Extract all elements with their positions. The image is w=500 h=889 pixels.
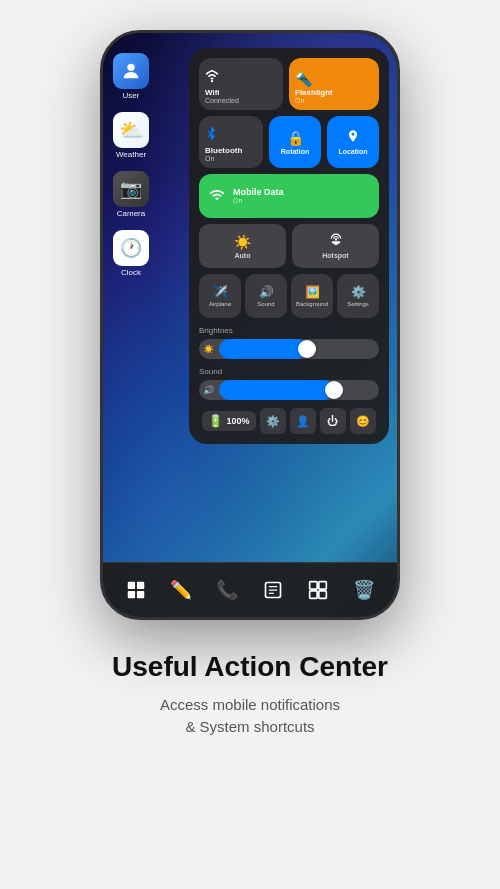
cc-mobile-row: Mobile Data On xyxy=(199,174,379,218)
bluetooth-tile[interactable]: Bluetooth On xyxy=(199,116,263,168)
airplane-label: Airplane xyxy=(209,301,231,307)
privacy-status-btn[interactable]: 👤 xyxy=(290,408,316,434)
brightness-section: Brightnes ☀️ xyxy=(199,326,379,359)
sound-tile[interactable]: 🔊 Sound xyxy=(245,274,287,318)
background-tile[interactable]: 🖼️ Background xyxy=(291,274,333,318)
app-icon-user[interactable] xyxy=(113,53,149,89)
background-icon: 🖼️ xyxy=(305,285,320,299)
wifi-label: Wifi xyxy=(205,89,277,97)
mobile-data-label: Mobile Data xyxy=(233,188,284,197)
battery-percent: 100% xyxy=(226,416,249,426)
page-title: Useful Action Center xyxy=(112,650,388,684)
auto-tile[interactable]: ☀️ Auto xyxy=(199,224,286,268)
app-item-camera[interactable]: 📷 Camera xyxy=(113,171,149,218)
dock-switcher-icon[interactable] xyxy=(302,574,334,606)
brightness-label: Brightnes xyxy=(199,326,379,335)
dock-trash-icon[interactable]: 🗑️ xyxy=(348,574,380,606)
volume-thumb[interactable] xyxy=(325,381,343,399)
svg-rect-10 xyxy=(310,582,318,590)
settings-icon: ⚙️ xyxy=(351,285,366,299)
volume-section: Sound 🔊 xyxy=(199,367,379,400)
dock-notes-icon[interactable] xyxy=(257,574,289,606)
battery-badge: 🔋 100% xyxy=(202,411,255,431)
brightness-icon-left: ☀️ xyxy=(203,344,214,354)
flashlight-tile[interactable]: 🔦 Flashlight On xyxy=(289,58,379,110)
settings-status-btn[interactable]: ⚙️ xyxy=(260,408,286,434)
airplane-icon: ✈️ xyxy=(213,285,228,299)
dock-phone-icon[interactable]: 📞 xyxy=(211,574,243,606)
volume-label: Sound xyxy=(199,367,379,376)
app-icon-weather[interactable]: ⛅ xyxy=(113,112,149,148)
power-status-btn[interactable]: ⏻ xyxy=(320,408,346,434)
location-label: Location xyxy=(338,148,367,155)
svg-point-1 xyxy=(211,80,213,82)
wifi-sublabel: Connected xyxy=(205,97,277,104)
app-label-clock: Clock xyxy=(121,268,141,277)
auto-icon: ☀️ xyxy=(234,234,251,250)
brightness-thumb[interactable] xyxy=(298,340,316,358)
settings-tile[interactable]: ⚙️ Settings xyxy=(337,274,379,318)
mobile-data-sublabel: On xyxy=(233,197,284,204)
page-subtitle: Access mobile notifications& System shor… xyxy=(112,694,388,739)
cc-auto-hotspot-row: ☀️ Auto Hotspot xyxy=(199,224,379,268)
battery-icon: 🔋 xyxy=(208,414,223,428)
app-label-user: User xyxy=(123,91,140,100)
mobile-data-icon xyxy=(209,187,225,206)
dock-pen-icon[interactable]: ✏️ xyxy=(165,574,197,606)
phone-frame: User ⛅ Weather 📷 Camera 🕐 Clock xyxy=(100,30,400,620)
rotation-tile[interactable]: 🔒 Rotation xyxy=(269,116,321,168)
bluetooth-sublabel: On xyxy=(205,155,257,162)
app-icon-camera[interactable]: 📷 xyxy=(113,171,149,207)
svg-rect-3 xyxy=(137,582,144,589)
airplane-tile[interactable]: ✈️ Airplane xyxy=(199,274,241,318)
auto-label: Auto xyxy=(235,252,251,259)
location-icon xyxy=(346,129,360,146)
wifi-icon xyxy=(205,70,277,87)
bluetooth-icon xyxy=(205,126,257,145)
hotspot-tile[interactable]: Hotspot xyxy=(292,224,379,268)
profile-status-btn[interactable]: 😊 xyxy=(350,408,376,434)
app-item-weather[interactable]: ⛅ Weather xyxy=(113,112,149,159)
svg-rect-5 xyxy=(137,591,144,598)
app-icon-clock[interactable]: 🕐 xyxy=(113,230,149,266)
location-tile[interactable]: Location xyxy=(327,116,379,168)
background-label: Background xyxy=(296,301,328,307)
cc-status-bar: 🔋 100% ⚙️ 👤 ⏻ 😊 xyxy=(199,408,379,434)
phone-screen: User ⛅ Weather 📷 Camera 🕐 Clock xyxy=(103,33,397,617)
svg-rect-13 xyxy=(319,591,327,599)
hotspot-icon xyxy=(329,233,343,250)
phone-dock: ✏️ 📞 xyxy=(103,562,397,617)
bluetooth-label: Bluetooth xyxy=(205,147,257,155)
control-center: Wifi Connected 🔦 Flashlight On xyxy=(189,48,389,444)
flashlight-label: Flashlight xyxy=(295,89,333,97)
phone-wrapper: User ⛅ Weather 📷 Camera 🕐 Clock xyxy=(100,30,400,620)
svg-rect-4 xyxy=(128,591,135,598)
rotation-icon: 🔒 xyxy=(287,130,304,146)
side-apps: User ⛅ Weather 📷 Camera 🕐 Clock xyxy=(113,53,149,277)
mobile-data-text: Mobile Data On xyxy=(233,188,284,204)
mobile-data-tile[interactable]: Mobile Data On xyxy=(199,174,379,218)
sound-icon: 🔊 xyxy=(259,285,274,299)
volume-track[interactable]: 🔊 xyxy=(199,380,379,400)
text-section: Useful Action Center Access mobile notif… xyxy=(72,650,428,739)
svg-rect-12 xyxy=(310,591,318,599)
svg-rect-2 xyxy=(128,582,135,589)
hotspot-label: Hotspot xyxy=(322,252,348,259)
app-item-user[interactable]: User xyxy=(113,53,149,100)
volume-icon-left: 🔊 xyxy=(203,385,214,395)
dock-finder-icon[interactable] xyxy=(120,574,152,606)
wifi-tile[interactable]: Wifi Connected xyxy=(199,58,283,110)
sound-label: Sound xyxy=(257,301,274,307)
flashlight-icon: 🔦 xyxy=(295,71,312,87)
cc-row-wifi-flash: Wifi Connected 🔦 Flashlight On xyxy=(199,58,379,110)
rotation-label: Rotation xyxy=(281,148,309,155)
brightness-track[interactable]: ☀️ xyxy=(199,339,379,359)
app-label-weather: Weather xyxy=(116,150,146,159)
brightness-fill xyxy=(219,339,307,359)
svg-rect-11 xyxy=(319,582,327,590)
app-item-clock[interactable]: 🕐 Clock xyxy=(113,230,149,277)
cc-bt-row: Bluetooth On 🔒 Rotation Location xyxy=(199,116,379,168)
app-label-camera: Camera xyxy=(117,209,145,218)
svg-point-0 xyxy=(127,64,134,71)
settings-label: Settings xyxy=(347,301,369,307)
